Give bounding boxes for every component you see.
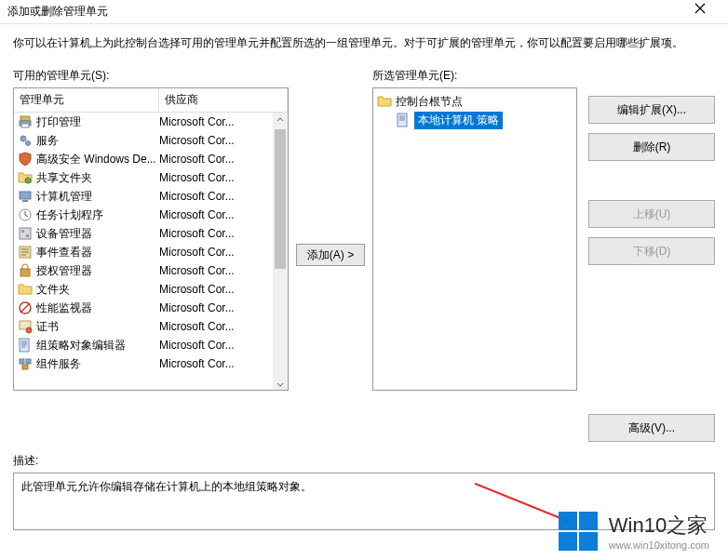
close-button[interactable] [694,3,721,21]
list-item[interactable]: 设备管理器Microsoft Cor... [14,224,288,243]
snapin-vendor: Microsoft Cor... [159,301,288,314]
perf-icon [18,300,33,315]
list-item[interactable]: 证书Microsoft Cor... [14,317,288,336]
snapin-vendor: Microsoft Cor... [159,264,288,277]
snapin-vendor: Microsoft Cor... [159,357,288,370]
snapin-vendor: Microsoft Cor... [159,227,288,240]
list-item[interactable]: 共享文件夹Microsoft Cor... [14,168,288,187]
chevron-up-icon [276,116,284,124]
watermark-url: www.win10xitong.com [609,540,709,551]
advanced-button[interactable]: 高级(V)... [588,414,715,442]
gpo-icon [18,338,33,353]
svg-point-16 [26,327,32,333]
svg-rect-6 [20,192,31,199]
snapin-name: 授权管理器 [36,263,92,279]
svg-rect-2 [21,124,29,127]
scroll-down-button[interactable] [273,377,288,391]
remove-button[interactable]: 删除(R) [588,133,715,161]
snapin-vendor: Microsoft Cor... [159,115,288,128]
snapin-vendor: Microsoft Cor... [159,320,288,333]
svg-rect-9 [20,228,31,239]
printer-icon [18,114,33,129]
scroll-up-button[interactable] [273,113,288,127]
shield-icon [18,152,33,167]
tree-root[interactable]: 控制台根节点 [375,92,574,111]
snapin-vendor: Microsoft Cor... [159,134,288,147]
computer-icon [18,189,33,204]
tree-child[interactable]: 本地计算机 策略 [375,111,574,129]
auth-icon [18,263,33,278]
snapin-name: 高级安全 Windows De... [36,152,156,167]
available-listbox[interactable]: 管理单元 供应商 打印管理Microsoft Cor...服务Microsoft… [13,87,289,391]
snapin-vendor: Microsoft Cor... [159,171,288,184]
snapin-name: 设备管理器 [36,226,92,242]
selected-tree[interactable]: 控制台根节点 本地计算机 策略 [372,87,577,391]
snapin-name: 计算机管理 [36,189,92,205]
svg-rect-0 [20,116,30,121]
policy-icon [396,113,411,127]
folder-icon [377,94,392,109]
list-header: 管理单元 供应商 [14,88,288,113]
folder-icon [18,282,33,297]
move-up-button[interactable]: 上移(U) [588,200,715,228]
top-description: 你可以在计算机上为此控制台选择可用的管理单元并配置所选的一组管理单元。对于可扩展… [0,24,728,57]
scroll-thumb[interactable] [275,129,286,269]
list-item[interactable]: 任务计划程序Microsoft Cor... [14,206,288,224]
tree-child-label: 本地计算机 策略 [414,112,503,129]
list-item[interactable]: 文件夹Microsoft Cor... [14,280,288,299]
svg-rect-20 [22,365,28,369]
list-item[interactable]: 组策略对象编辑器Microsoft Cor... [14,336,288,354]
svg-rect-13 [20,269,30,276]
col-vendor-header[interactable]: 供应商 [159,88,288,112]
list-item[interactable]: 性能监视器Microsoft Cor... [14,299,288,317]
list-item[interactable]: 计算机管理Microsoft Cor... [14,187,288,206]
list-body: 打印管理Microsoft Cor...服务Microsoft Cor...高级… [14,113,288,391]
col-snapin-header[interactable]: 管理单元 [14,88,159,112]
snapin-vendor: Microsoft Cor... [159,246,288,259]
snapin-name: 组件服务 [36,356,81,372]
snapin-name: 任务计划程序 [36,207,103,223]
svg-rect-10 [21,230,24,233]
move-down-button[interactable]: 下移(D) [588,237,715,265]
svg-rect-11 [26,234,29,237]
snapin-vendor: Microsoft Cor... [159,208,288,221]
snapin-vendor: Microsoft Cor... [159,153,288,166]
snapin-name: 打印管理 [36,114,81,130]
description-title: 描述: [13,453,715,469]
tree-root-label: 控制台根节点 [396,94,463,110]
available-column: 可用的管理单元(S): 管理单元 供应商 打印管理Microsoft Cor..… [13,68,289,442]
title-bar: 添加或删除管理单元 [0,0,728,24]
watermark-brand: Win10之家 [609,512,709,540]
windows-logo-icon [559,512,598,551]
watermark: Win10之家 www.win10xitong.com [559,512,709,551]
watermark-text: Win10之家 www.win10xitong.com [609,512,709,551]
list-item[interactable]: 组件服务Microsoft Cor... [14,354,288,373]
snapin-name: 组策略对象编辑器 [36,338,126,353]
cert-icon [18,319,33,334]
available-label: 可用的管理单元(S): [13,68,289,84]
svg-point-3 [20,136,26,141]
gears-icon [18,133,33,148]
folder-share-icon [18,170,33,185]
component-icon [18,356,33,371]
svg-point-5 [25,178,31,183]
list-item[interactable]: 事件查看器Microsoft Cor... [14,243,288,261]
list-item[interactable]: 服务Microsoft Cor... [14,131,288,150]
svg-rect-18 [20,359,24,364]
list-item[interactable]: 高级安全 Windows De...Microsoft Cor... [14,150,288,168]
middle-column: 添加(A) > [296,68,365,442]
clock-icon [18,207,33,222]
scrollbar[interactable] [273,113,288,391]
side-buttons: 编辑扩展(X)... 删除(R) 上移(U) 下移(D) 高级(V)... [585,68,715,442]
snapin-name: 服务 [36,133,59,149]
svg-point-4 [26,141,31,146]
edit-extensions-button[interactable]: 编辑扩展(X)... [588,96,715,124]
snapin-name: 共享文件夹 [36,170,92,186]
main-area: 可用的管理单元(S): 管理单元 供应商 打印管理Microsoft Cor..… [0,57,728,447]
window-title: 添加或删除管理单元 [7,4,694,20]
add-button[interactable]: 添加(A) > [296,244,365,266]
list-item[interactable]: 授权管理器Microsoft Cor... [14,261,288,280]
selected-label: 所选管理单元(E): [372,68,577,84]
list-item[interactable]: 打印管理Microsoft Cor... [14,113,288,131]
snapin-name: 证书 [36,319,59,335]
